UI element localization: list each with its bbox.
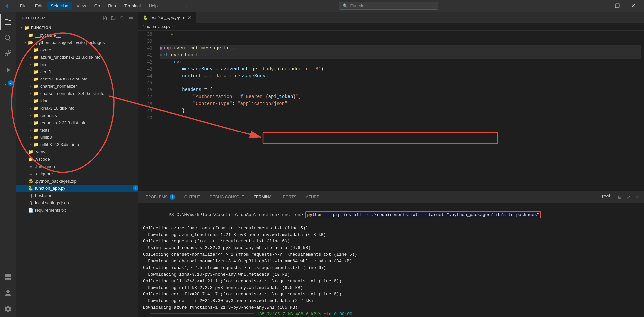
menu-file[interactable]: File bbox=[17, 2, 30, 10]
activity-search[interactable] bbox=[0, 30, 16, 46]
tree-item-local-settings[interactable]: {} local.settings.json bbox=[16, 199, 138, 206]
tree-item-function-app[interactable]: 🐍 function_app.py 1 bbox=[16, 185, 138, 192]
tree-item-python-packages[interactable]: ▾ 📂 .python_packages\Lib\site-packages bbox=[16, 39, 138, 46]
chevron-right-icon: › bbox=[28, 84, 33, 88]
tab-bar: 🐍 function_app.py ● ✕ bbox=[138, 12, 644, 23]
tree-item-urllib3[interactable]: › 📁 urllib3 bbox=[16, 133, 138, 141]
activity-bottom bbox=[0, 269, 16, 317]
extensions-badge: 7 bbox=[8, 80, 13, 86]
code-line-42: try: bbox=[160, 59, 641, 66]
close-panel-btn[interactable]: ✕ bbox=[634, 194, 641, 201]
tree-item-certifi[interactable]: › 📁 certifi bbox=[16, 68, 138, 75]
terminal-line-11: Collecting certifi>=2017.4.17 (from requ… bbox=[143, 291, 639, 298]
breadcrumb-file[interactable]: function_app.py bbox=[142, 25, 170, 29]
activity-accounts[interactable] bbox=[0, 285, 16, 301]
chevron-right-icon: › bbox=[28, 55, 33, 59]
tree-item-vscode[interactable]: › 📁 .vscode bbox=[16, 155, 138, 163]
tree-root-function[interactable]: ▾ 📁 FUNCTION bbox=[16, 24, 138, 31]
split-terminal-btn[interactable]: ⊞ bbox=[616, 194, 623, 201]
file-icon: ≡ bbox=[28, 163, 34, 169]
terminal-content[interactable]: PS C:\MyWorkPlace\CaseFile\FunApp\Functi… bbox=[138, 203, 644, 317]
terminal-prompt: PS C:\MyWorkPlace\CaseFile\FunApp\Functi… bbox=[169, 212, 305, 217]
activity-remote[interactable] bbox=[0, 269, 16, 285]
code-lines: # @app.event_hub_message_tr... def event… bbox=[156, 31, 644, 191]
activity-settings[interactable] bbox=[0, 301, 16, 317]
code-content[interactable]: 38 39 40 41 42 43 44 45 46 47 48 49 50 # bbox=[138, 31, 644, 191]
tree-item-label: .python_packages\Lib\site-packages bbox=[35, 40, 138, 45]
chevron-right-icon: › bbox=[28, 92, 33, 95]
panel-tab-output[interactable]: OUTPUT bbox=[180, 191, 205, 203]
svg-rect-0 bbox=[5, 274, 8, 277]
code-line-47: "Authorization": f"Bearer {api_token}", bbox=[160, 93, 641, 100]
code-editor[interactable]: 38 39 40 41 42 43 44 45 46 47 48 49 50 # bbox=[138, 31, 644, 191]
menu-edit[interactable]: Edit bbox=[32, 2, 46, 10]
tree-item-label: charset_normalizer-3.4.0.dist-info bbox=[40, 91, 138, 96]
menu-go[interactable]: Go bbox=[91, 2, 103, 10]
tab-function-app[interactable]: 🐍 function_app.py ● ✕ bbox=[138, 12, 196, 23]
tree-item-label: .python_packages.zip bbox=[35, 179, 138, 184]
tree-item-certifi-dist[interactable]: › 📁 certifi-2024.8.30.dist-info bbox=[16, 75, 138, 82]
terminal-line-4: Using cached requests-2.32.3-py3-none-an… bbox=[143, 245, 639, 251]
menu-run[interactable]: Run bbox=[105, 2, 119, 10]
menu-view[interactable]: View bbox=[73, 2, 89, 10]
activity-run-debug[interactable] bbox=[0, 62, 16, 78]
tree-item-idna-dist[interactable]: › 📁 idna-3.10.dist-info bbox=[16, 104, 138, 112]
menu-help[interactable]: Help bbox=[146, 2, 161, 10]
tree-item-bin[interactable]: › 📁 bin bbox=[16, 61, 138, 68]
menu-selection[interactable]: Selection bbox=[47, 2, 71, 10]
menu-terminal[interactable]: Terminal bbox=[121, 2, 144, 10]
tree-item-host-json[interactable]: {} host.json bbox=[16, 192, 138, 199]
chevron-right-icon: › bbox=[22, 33, 28, 37]
nav-back[interactable]: ← bbox=[168, 2, 178, 10]
folder-icon: 📁 bbox=[33, 69, 39, 75]
new-folder-btn[interactable] bbox=[110, 14, 117, 22]
new-file-btn[interactable] bbox=[101, 14, 108, 22]
collapse-all-btn[interactable] bbox=[127, 14, 134, 22]
chevron-right-icon: › bbox=[28, 135, 33, 139]
chevron-down-icon: ▾ bbox=[19, 26, 24, 30]
tree-item-label: tests bbox=[40, 128, 138, 132]
close-button[interactable]: ✕ bbox=[625, 0, 641, 12]
sidebar: EXPLORER ▾ 📁 FUNCTION bbox=[16, 12, 138, 317]
tree-item-pycache[interactable]: › 📁 __pycache__ bbox=[16, 31, 138, 39]
breadcrumb-path[interactable]: ... bbox=[174, 25, 178, 29]
refresh-btn[interactable] bbox=[118, 14, 126, 22]
tree-item-zip[interactable]: 🗜 .python_packages.zip bbox=[16, 177, 138, 185]
file-icon: ≡ bbox=[28, 171, 34, 177]
activity-explorer[interactable] bbox=[0, 14, 16, 30]
chevron-right-icon: › bbox=[28, 63, 33, 66]
maximize-button[interactable]: ❐ bbox=[610, 0, 625, 12]
app-logo bbox=[3, 3, 10, 9]
activity-source-control[interactable] bbox=[0, 46, 16, 62]
nav-forward[interactable]: → bbox=[180, 2, 191, 10]
tree-item-gitignore[interactable]: ≡ .gitignore bbox=[16, 170, 138, 177]
tree-item-tests[interactable]: › 📁 tests bbox=[16, 126, 138, 133]
tree-item-azure[interactable]: › 📁 azure bbox=[16, 46, 138, 53]
panel-tab-terminal[interactable]: TERMINAL bbox=[249, 191, 279, 203]
panel-tab-azure[interactable]: AZURE bbox=[301, 191, 324, 203]
search-box[interactable]: 🔍 Function bbox=[339, 2, 438, 10]
tree-item-funcignore[interactable]: ≡ .funcignore bbox=[16, 163, 138, 170]
panel-tab-ports[interactable]: PORTS bbox=[278, 191, 301, 203]
tree-item-requests-dist[interactable]: › 📁 requests-2.32.3.dist-info bbox=[16, 119, 138, 126]
tree-item-idna[interactable]: › 📁 idna bbox=[16, 97, 138, 104]
panel-tab-debug-console[interactable]: DEBUG CONSOLE bbox=[205, 191, 249, 203]
terminal-panel: PROBLEMS 1 OUTPUT DEBUG CONSOLE TERMINAL… bbox=[138, 191, 644, 317]
tree-item-charset[interactable]: › 📁 charset_normalizer bbox=[16, 82, 138, 90]
minimize-button[interactable]: ─ bbox=[594, 0, 609, 12]
tree-item-requirements[interactable]: 📄 requirements.txt bbox=[16, 206, 138, 214]
azure-label: AZURE bbox=[306, 195, 320, 199]
tree-item-urllib3-dist[interactable]: › 📁 urllib3-2.2.3.dist-info bbox=[16, 141, 138, 148]
activity-extensions[interactable]: 7 bbox=[0, 78, 16, 94]
file-txt-icon: 📄 bbox=[28, 207, 34, 213]
panel-tab-bar: PROBLEMS 1 OUTPUT DEBUG CONSOLE TERMINAL… bbox=[138, 191, 644, 203]
folder-icon: 📁 bbox=[33, 83, 39, 89]
tree-item-venv[interactable]: › 📁 .venv bbox=[16, 148, 138, 155]
maximize-panel-btn[interactable]: ⤢ bbox=[625, 194, 632, 201]
tree-item-azure-functions[interactable]: › 📁 azure_functions-1.21.3.dist-info bbox=[16, 53, 138, 61]
tree-item-charset-dist[interactable]: › 📁 charset_normalizer-3.4.0.dist-info bbox=[16, 90, 138, 97]
tree-item-requests[interactable]: › 📁 requests bbox=[16, 112, 138, 119]
tree-item-label: .gitignore bbox=[35, 171, 138, 176]
tab-close-button[interactable]: ✕ bbox=[187, 15, 192, 20]
panel-tab-problems[interactable]: PROBLEMS 1 bbox=[141, 191, 180, 203]
